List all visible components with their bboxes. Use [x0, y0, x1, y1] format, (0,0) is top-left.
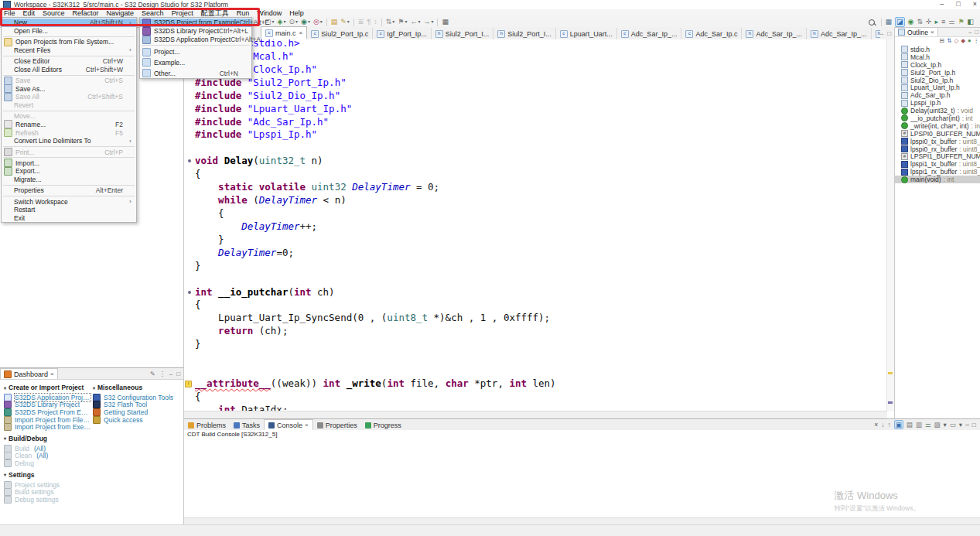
perspective-open-icon[interactable]: ▦	[886, 18, 893, 26]
file-menu-item-close-all-editors[interactable]: Close All EditorsCtrl+Shift+W	[2, 66, 136, 74]
debug-icon[interactable]: ◉▾	[301, 18, 310, 26]
maximize-view-icon[interactable]: □	[972, 421, 976, 428]
editor-tab-igf-port-ip[interactable]: cIgf_Port_Ip...	[373, 28, 432, 39]
editor-minimize-icon[interactable]: –	[880, 30, 883, 37]
file-menu-item-revert[interactable]: Revert	[2, 101, 136, 110]
new-submenu-item-example[interactable]: Example...	[140, 57, 251, 68]
hide-non-public-icon[interactable]: ●	[968, 37, 971, 44]
build-codegen-icon[interactable]: ◈▾	[278, 18, 286, 26]
menubar-item-window[interactable]: Window	[253, 9, 285, 17]
file-menu-item-recent-files[interactable]: Recent Files›	[2, 46, 136, 55]
editor-tab-adc-sar-ip[interactable]: cAdc_Sar_Ip_...	[617, 28, 682, 39]
file-menu-item-properties[interactable]: PropertiesAlt+Enter	[2, 186, 136, 195]
outline-item-stdio-h[interactable]: stdio.h	[895, 46, 980, 53]
close-tab-icon[interactable]: ×	[299, 29, 303, 36]
close-console-tab-icon[interactable]: ×	[305, 422, 309, 428]
outline-item-siul2-port-ip-h[interactable]: Siul2_Port_Ip.h	[895, 69, 980, 77]
file-menu-item-export[interactable]: Export...	[2, 167, 136, 176]
editor-code[interactable]: #include <stdio.h>#include "Mcal.h"#incl…	[195, 39, 556, 417]
pin-console-icon[interactable]: ▨	[934, 421, 941, 428]
file-menu-item-rename[interactable]: Rename...F2	[2, 121, 136, 129]
hide-fields-icon[interactable]: ◇	[954, 37, 958, 44]
menubar-item-run[interactable]: Run	[233, 9, 254, 17]
dashboard-link-import-project-from-file-system[interactable]: Import Project from File System	[4, 416, 90, 424]
file-menu-item-close-editor[interactable]: Close EditorCtrl+W	[2, 57, 136, 66]
scroll-lock-icon[interactable]: ▥	[916, 421, 922, 428]
annotate-icon[interactable]: ✎▾	[340, 18, 350, 26]
dashboard-link-quick-access[interactable]: Quick access	[93, 416, 181, 424]
open-folder-icon[interactable]: ▤	[331, 18, 338, 26]
show-on-output-icon[interactable]: ⚌	[925, 421, 931, 428]
collapse-arrow-icon[interactable]: ▾	[4, 472, 6, 477]
dashboard-menu-icon[interactable]: ⋮	[159, 370, 166, 377]
perspective-run-icon[interactable]: ▸	[935, 18, 939, 26]
editor-tab-adc-sar-ip-h[interactable]: hAdc_Sar_Ip.h	[872, 28, 880, 39]
file-menu-item-move[interactable]: Move...	[2, 112, 136, 121]
collapse-arrow-icon[interactable]: ▾	[93, 385, 95, 391]
outline-item-write-int-char-int[interactable]: _write(int, char*, int) : int	[895, 122, 980, 130]
collapse-arrow-icon[interactable]: ▾	[4, 435, 6, 441]
editor-horizontal-scrollbar[interactable]	[184, 411, 887, 418]
editor-tab-siul2-port-ip-c[interactable]: cSiul2_Port_Ip.c	[307, 28, 373, 39]
file-menu-item-switch-workspace[interactable]: Switch Workspace›	[2, 198, 136, 207]
file-menu-item-open-file[interactable]: Open File...	[2, 27, 136, 36]
new-submenu-item-s32ds-library-project[interactable]: S32DS Library ProjectCtrl+Alt+L	[140, 27, 251, 36]
tab-dashboard[interactable]: Dashboard ×	[0, 368, 58, 379]
file-menu-item-refresh[interactable]: RefreshF5	[2, 128, 136, 137]
new-submenu-item-s32ds-project-from-example[interactable]: S32DS Project from ExampleCtrl+Alt+E	[140, 19, 251, 27]
dashboard-link-getting-started[interactable]: Getting Started	[93, 408, 181, 416]
editor-vertical-scrollbar[interactable]	[886, 39, 894, 411]
dashboard-maximize-icon[interactable]: □	[176, 370, 180, 377]
file-menu-item-import[interactable]: Import...	[2, 159, 136, 168]
prev-annotation-icon[interactable]: ¶	[367, 18, 370, 26]
forward-history-icon[interactable]: →▾	[423, 18, 433, 26]
flag-next-icon[interactable]: ⚑▾	[398, 18, 407, 26]
outline-item-lpspi-ip-h[interactable]: Lpspi_Ip.h	[895, 99, 980, 107]
collapse-all-icon[interactable]: ⊟	[940, 37, 944, 44]
menubar-item-source[interactable]: Source	[39, 9, 69, 17]
file-menu-item-migrate[interactable]: Migrate...	[2, 176, 136, 184]
dashboard-link-s32ds-project-from-example[interactable]: S32DS Project From Example	[4, 408, 90, 416]
outline-item-lpspi0-tx-buffer[interactable]: lpspi0_tx_buffer : uint8_t[]	[895, 138, 980, 145]
view-menu-icon[interactable]: ⋮	[974, 37, 980, 44]
file-menu-item-open-projects-from-file-system[interactable]: Open Projects from File System...	[2, 38, 136, 46]
editor-body[interactable]: ! #include <stdio.h>#include "Mcal.h"#in…	[184, 39, 894, 418]
open-perspective-toolbar-icon[interactable]: ▦	[442, 18, 449, 26]
console-tab-properties[interactable]: Properties	[313, 420, 361, 430]
dashboard-link-s32ds-application-project[interactable]: S32DS Application Project	[4, 394, 90, 401]
dashboard-edit-icon[interactable]: ✎	[150, 370, 155, 377]
outline-item-delay-uint32-t[interactable]: Delay(uint32_t) : void	[895, 107, 980, 114]
perspective-unit-test-icon[interactable]: ⇅	[917, 18, 923, 26]
file-menu-item-print[interactable]: Print...Ctrl+P	[2, 148, 136, 156]
minimize-window-icon[interactable]: –	[940, 0, 944, 8]
dashboard-minimize-icon[interactable]: –	[169, 370, 172, 377]
new-submenu-item-s32ds-application-project[interactable]: S32DS Application ProjectCtrl+Alt+A	[140, 36, 251, 44]
open-console-icon[interactable]: ▭	[950, 421, 956, 428]
outline-item-lpspi0-rx-buffer[interactable]: lpspi0_rx_buffer : uint8_t[]	[895, 145, 980, 153]
file-menu-item-save[interactable]: SaveCtrl+S	[2, 77, 136, 85]
tab-outline[interactable]: Outline ×	[895, 28, 938, 36]
outline-item-siul2-dio-ip-h[interactable]: Siul2_Dio_Ip.h	[895, 77, 980, 84]
display-selected-icon[interactable]: ▾	[944, 421, 947, 428]
build-settings-icon[interactable]: ⊙▾	[289, 18, 298, 26]
clear-console-icon[interactable]: ▤	[907, 421, 913, 428]
outline-item-io-putchar-int[interactable]: __io_putchar(int) : int	[895, 114, 980, 122]
editor-maximize-icon[interactable]: □	[887, 30, 891, 37]
outline-item-lpspi1-buffer-num[interactable]: #LPSPI1_BUFFER_NUM	[895, 152, 980, 160]
menubar-item-help[interactable]: Help	[285, 9, 308, 17]
editor-tab-adc-sar-ip[interactable]: hAdc_Sar_Ip_...	[742, 28, 807, 39]
outline-item-main-void[interactable]: main(void) : int	[895, 176, 980, 183]
word-wrap-icon[interactable]: ▣	[894, 420, 903, 429]
last-edit-icon[interactable]: ↕	[374, 18, 377, 26]
dashboard-link-s32-configuration-tools[interactable]: S32 Configuration Tools	[93, 394, 181, 401]
file-menu-item-save-all[interactable]: Save AllCtrl+Shift+S	[2, 93, 136, 101]
file-menu-item-restart[interactable]: Restart	[2, 206, 136, 214]
outline-maximize-icon[interactable]: □	[975, 29, 978, 36]
file-menu-item-save-as[interactable]: Save As...	[2, 85, 136, 94]
menubar-item-search[interactable]: Search	[138, 9, 168, 17]
back-history-icon[interactable]: ←▾	[410, 18, 420, 26]
editor-tab-lpuart-uart[interactable]: cLpuart_Uart...	[556, 28, 617, 39]
file-menu-item-exit[interactable]: Exit	[2, 214, 136, 223]
console-output[interactable]: 激活 Windows 转到“设置”以激活 Windows。	[184, 438, 980, 518]
scroll-lock-up-icon[interactable]: ↑	[888, 421, 891, 428]
